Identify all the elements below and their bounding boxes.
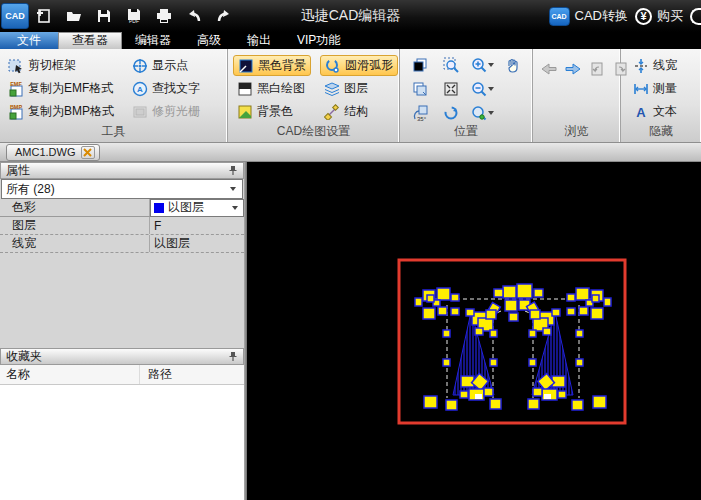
- menubar: 文件 查看器 编辑器 高级 输出 VIP功能: [0, 32, 701, 49]
- background-color-button[interactable]: 背景色: [233, 100, 311, 123]
- cad-convert-button[interactable]: CAD CAD转换: [549, 7, 628, 26]
- property-row-lineweight: 线宽 以图层: [0, 235, 244, 253]
- pin-icon[interactable]: [228, 351, 238, 362]
- zoom-extents-button[interactable]: [439, 79, 463, 99]
- tab-advanced[interactable]: 高级: [184, 32, 234, 49]
- print-button[interactable]: [149, 2, 179, 30]
- zoom-selection-dropdown-icon[interactable]: [488, 111, 494, 115]
- pin-icon[interactable]: [228, 165, 238, 176]
- layer-value[interactable]: F: [150, 217, 244, 234]
- show-points-label: 显示点: [152, 57, 188, 74]
- group-label-browse: 浏览: [533, 123, 620, 140]
- new-file-button[interactable]: [29, 2, 59, 30]
- zoom-window-button[interactable]: [439, 55, 463, 75]
- smooth-arc-toggle[interactable]: 圆滑弧形: [320, 55, 398, 76]
- tab-vip[interactable]: VIP功能: [284, 32, 353, 49]
- document-tab[interactable]: AMC1.DWG: [6, 144, 100, 161]
- forward-arrow-icon[interactable]: [565, 61, 581, 77]
- black-background-label: 黑色背景: [258, 57, 306, 74]
- show-points-button[interactable]: 显示点: [128, 54, 204, 77]
- copy-view-button[interactable]: [408, 55, 432, 75]
- zoom-out-icon: [471, 81, 487, 97]
- trim-raster-button: 修剪光栅: [128, 100, 204, 123]
- structure-label: 结构: [344, 103, 368, 120]
- favorites-column-headers: 名称 路径: [0, 365, 244, 385]
- zoom-out-dropdown-icon[interactable]: [488, 87, 494, 91]
- measure-label: 测量: [653, 80, 677, 97]
- trim-raster-icon: [132, 104, 148, 120]
- zoom-window-icon: [443, 57, 459, 73]
- tab-viewer[interactable]: 查看器: [58, 32, 122, 49]
- black-background-toggle[interactable]: 黑色背景: [233, 55, 311, 76]
- cut-frame-button[interactable]: 剪切框架: [4, 54, 118, 77]
- chevron-down-icon: [232, 206, 238, 210]
- text-button[interactable]: A 文本: [629, 100, 681, 123]
- property-row-color: 色彩 以图层: [0, 199, 244, 217]
- property-label: 图层: [0, 217, 150, 234]
- favorites-title: 收藏夹: [6, 348, 42, 365]
- buy-button[interactable]: ¥ 购买: [635, 7, 683, 25]
- clipped-edge-icon[interactable]: [690, 8, 701, 25]
- print-icon: [156, 8, 172, 24]
- menu-file[interactable]: 文件: [0, 32, 58, 49]
- line-width-button[interactable]: 线宽: [629, 54, 681, 77]
- save-pdf-button[interactable]: PDF: [119, 2, 149, 30]
- ribbon-group-tools: 剪切框架 EMF 复制为EMF格式 BMP 复制为BMP格式: [0, 49, 228, 142]
- layers-button[interactable]: 图层: [320, 77, 398, 100]
- ribbon: 剪切框架 EMF 复制为EMF格式 BMP 复制为BMP格式: [0, 49, 701, 143]
- ribbon-group-hide: 线宽 测量 A 文本 隐藏: [621, 49, 701, 142]
- favorites-header: 收藏夹: [0, 348, 244, 365]
- bw-drawing-label: 黑白绘图: [257, 80, 305, 97]
- redo-icon: [216, 8, 232, 24]
- properties-filter-dropdown[interactable]: 所有 (28): [1, 179, 243, 199]
- structure-icon: [324, 104, 340, 120]
- favorites-col-name[interactable]: 名称: [0, 365, 140, 384]
- redo-button[interactable]: [209, 2, 239, 30]
- favorites-col-path[interactable]: 路径: [140, 366, 172, 383]
- tab-editor[interactable]: 编辑器: [122, 32, 184, 49]
- tab-output[interactable]: 输出: [234, 32, 284, 49]
- tab-close-button[interactable]: [81, 146, 95, 159]
- trim-raster-label: 修剪光栅: [152, 103, 200, 120]
- ribbon-group-browse: 浏览: [533, 49, 621, 142]
- find-text-button[interactable]: A 查找文字: [128, 77, 204, 100]
- color-value: 以图层: [168, 199, 204, 216]
- line-width-icon: [633, 58, 649, 74]
- measure-button[interactable]: 测量: [629, 77, 681, 100]
- prev-view-icon: [589, 61, 605, 77]
- lineweight-value[interactable]: 以图层: [150, 235, 244, 252]
- open-folder-icon: [66, 8, 82, 24]
- copy-emf-label: 复制为EMF格式: [28, 80, 113, 97]
- bw-drawing-button[interactable]: 黑白绘图: [233, 77, 311, 100]
- svg-text:A: A: [137, 85, 143, 94]
- zoom-selection-button[interactable]: [470, 103, 494, 123]
- copy-emf-button[interactable]: EMF 复制为EMF格式: [4, 77, 118, 100]
- undo-button[interactable]: [179, 2, 209, 30]
- group-label-draw-settings: CAD绘图设置: [228, 123, 399, 140]
- layers-icon: [324, 81, 340, 97]
- drawing-canvas[interactable]: [247, 162, 701, 500]
- refresh-icon: [443, 105, 459, 121]
- copy-bmp-button[interactable]: BMP 复制为BMP格式: [4, 100, 118, 123]
- find-text-icon: A: [132, 81, 148, 97]
- open-file-button[interactable]: [59, 2, 89, 30]
- new-file-icon: [36, 8, 52, 24]
- app-logo-icon[interactable]: CAD: [1, 3, 29, 29]
- rotate-view-button[interactable]: 35°: [408, 103, 432, 123]
- undo-icon: [186, 8, 202, 24]
- save-button[interactable]: [89, 2, 119, 30]
- structure-button[interactable]: 结构: [320, 100, 398, 123]
- property-row-layer: 图层 F: [0, 217, 244, 235]
- color-value-dropdown[interactable]: 以图层: [150, 199, 244, 217]
- copy-pages-button[interactable]: [408, 79, 432, 99]
- zoom-out-button[interactable]: [470, 79, 494, 99]
- zoom-selection-icon: [471, 105, 487, 121]
- zoom-in-dropdown-icon[interactable]: [488, 63, 494, 67]
- favorites-list[interactable]: [0, 385, 244, 500]
- cut-frame-label: 剪切框架: [28, 57, 76, 74]
- ribbon-group-draw-settings: 黑色背景 黑白绘图 背景色: [228, 49, 400, 142]
- zoom-in-button[interactable]: [470, 55, 494, 75]
- smooth-arc-label: 圆滑弧形: [345, 57, 393, 74]
- pan-button[interactable]: [501, 55, 525, 75]
- refresh-view-button[interactable]: [439, 103, 463, 123]
